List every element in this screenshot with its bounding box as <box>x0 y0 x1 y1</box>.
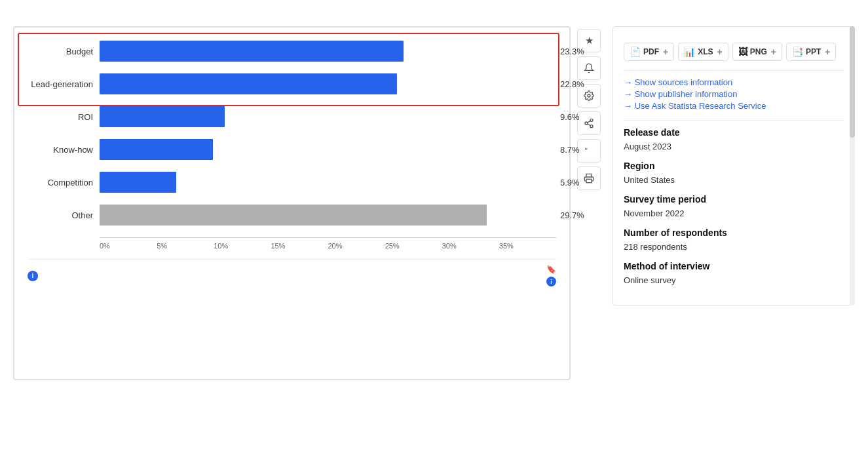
meta-value: 218 respondents <box>624 242 844 252</box>
bar-row: Budget23.3% <box>28 41 556 62</box>
bar-value-label: 5.9% <box>560 178 580 187</box>
bar-fill <box>100 41 404 62</box>
download-btn-ppt[interactable]: 📑PPT+ <box>786 43 837 61</box>
png-icon: 🖼 <box>738 47 747 57</box>
bar-value-label: 22.8% <box>560 79 584 89</box>
meta-value: Online survey <box>624 275 844 285</box>
meta-key: Number of respondents <box>624 227 844 238</box>
bar-row: Competition5.9% <box>28 172 556 193</box>
bar-label: Competition <box>28 178 100 187</box>
info-panel-wrapper: 📄PDF+📊XLS+🖼PNG+📑PPT+ Show sources inform… <box>613 26 855 305</box>
bar-fill <box>100 205 487 226</box>
bar-label: ROI <box>28 112 100 122</box>
x-tick: 30% <box>442 242 499 250</box>
x-tick: 20% <box>328 242 385 250</box>
additional-info-btn[interactable]: i <box>28 271 41 281</box>
bar-track: 23.3% <box>100 41 556 62</box>
download-section: 📄PDF+📊XLS+🖼PNG+📑PPT+ <box>624 43 844 61</box>
bar-label: Budget <box>28 47 100 56</box>
scrollbar-track[interactable] <box>850 26 855 305</box>
svg-line-5 <box>588 121 591 123</box>
bar-chart: Budget23.3%Lead-generation22.8%ROI9.6%Kn… <box>28 41 556 226</box>
svg-point-2 <box>585 122 588 125</box>
download-btn-png[interactable]: 🖼PNG+ <box>732 43 782 61</box>
bar-row: ROI9.6% <box>28 106 556 127</box>
meta-key: Survey time period <box>624 194 844 205</box>
ask-statista-link[interactable]: Use Ask Statista Research Service <box>624 101 844 111</box>
download-btn-xls[interactable]: 📊XLS+ <box>678 43 728 61</box>
dl-plus-icon: + <box>771 47 776 57</box>
source-section: Show sources informationShow publisher i… <box>624 77 844 111</box>
download-btn-pdf[interactable]: 📄PDF+ <box>624 43 674 61</box>
metadata-list: Release dateAugust 2023RegionUnited Stat… <box>624 127 844 285</box>
bar-track: 5.9% <box>100 172 556 193</box>
bar-row: Lead-generation22.8% <box>28 73 556 94</box>
svg-text:": " <box>584 146 588 155</box>
dl-label: XLS <box>698 47 713 56</box>
chart-section: Budget23.3%Lead-generation22.8%ROI9.6%Kn… <box>13 26 571 380</box>
bar-value-label: 8.7% <box>560 145 580 155</box>
dl-plus-icon: + <box>717 47 723 57</box>
meta-section: RegionUnited States <box>624 161 844 185</box>
meta-value: August 2023 <box>624 142 844 151</box>
info-icon: i <box>28 271 38 281</box>
dl-label: PDF <box>643 47 659 56</box>
xls-icon: 📊 <box>684 47 695 57</box>
bar-row: Other29.7% <box>28 205 556 226</box>
bar-fill <box>100 73 397 94</box>
bar-fill <box>100 106 225 127</box>
x-tick: 0% <box>100 242 157 250</box>
source-links: Show sources informationShow publisher i… <box>624 77 844 111</box>
info-panel: 📄PDF+📊XLS+🖼PNG+📑PPT+ Show sources inform… <box>613 26 855 305</box>
svg-line-4 <box>588 124 591 126</box>
bar-value-label: 9.6% <box>560 112 580 122</box>
bar-label: Other <box>28 210 100 220</box>
bar-track: 29.7% <box>100 205 556 226</box>
x-tick: 10% <box>214 242 271 250</box>
meta-section: Survey time periodNovember 2022 <box>624 194 844 218</box>
meta-value: United States <box>624 175 844 185</box>
bar-fill <box>100 139 213 160</box>
chart-right-footer: 🔖 i <box>544 265 556 286</box>
meta-key: Method of interview <box>624 261 844 271</box>
dl-plus-icon: + <box>663 47 668 57</box>
bar-label: Lead-generation <box>28 79 100 89</box>
show-publisher-link[interactable]: Show publisher information <box>624 89 844 99</box>
x-tick: 5% <box>157 242 214 250</box>
bar-fill <box>100 172 176 193</box>
svg-point-1 <box>590 119 593 121</box>
bar-row: Know-how8.7% <box>28 139 556 160</box>
svg-rect-7 <box>586 179 592 182</box>
meta-value: November 2022 <box>624 208 844 218</box>
bar-value-label: 23.3% <box>560 47 584 56</box>
statista-copyright: 🔖 <box>544 265 556 274</box>
bar-track: 9.6% <box>100 106 556 127</box>
ppt-icon: 📑 <box>792 47 803 57</box>
quote-button[interactable]: " <box>577 139 601 163</box>
info-icon-small: i <box>546 277 556 286</box>
download-buttons: 📄PDF+📊XLS+🖼PNG+📑PPT+ <box>624 43 844 61</box>
show-sources-link[interactable]: Show sources information <box>624 77 844 87</box>
bar-label: Know-how <box>28 145 100 155</box>
scrollbar-thumb[interactable] <box>850 26 855 138</box>
meta-section: Release dateAugust 2023 <box>624 127 844 151</box>
x-tick: 15% <box>271 242 328 250</box>
meta-key: Release date <box>624 127 844 138</box>
pdf-icon: 📄 <box>630 47 641 57</box>
bar-value-label: 29.7% <box>560 210 584 220</box>
dl-plus-icon: + <box>825 47 830 57</box>
svg-point-3 <box>590 125 593 128</box>
print-button[interactable] <box>577 167 601 190</box>
share-button[interactable] <box>577 111 601 135</box>
show-source-btn[interactable]: i <box>544 277 556 286</box>
meta-section: Method of interviewOnline survey <box>624 261 844 285</box>
dl-label: PPT <box>806 47 821 56</box>
x-axis: 0%5%10%15%20%25%30%35% <box>100 237 556 250</box>
meta-section: Number of respondents218 respondents <box>624 227 844 252</box>
svg-point-0 <box>588 94 590 97</box>
chart-footer: i 🔖 i <box>28 259 556 286</box>
meta-key: Region <box>624 161 844 171</box>
bar-track: 8.7% <box>100 139 556 160</box>
x-tick: 25% <box>385 242 442 250</box>
bell-button[interactable] <box>577 56 601 80</box>
